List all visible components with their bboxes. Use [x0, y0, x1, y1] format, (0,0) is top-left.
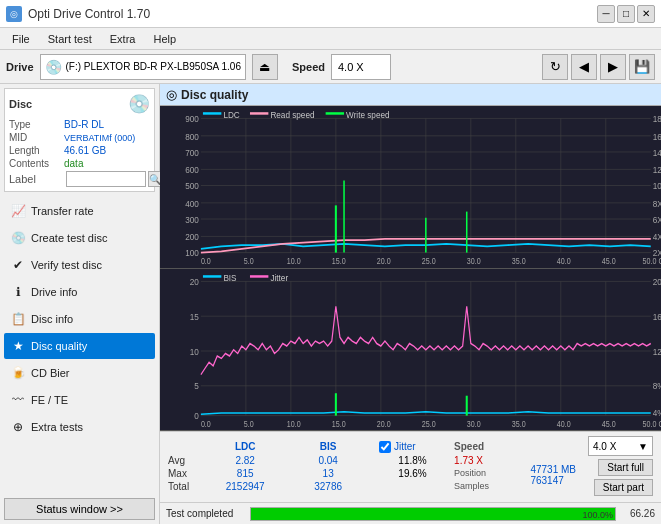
nav-item-fe-te[interactable]: 〰 FE / TE — [4, 387, 155, 413]
nav-item-verify-test-disc[interactable]: ✔ Verify test disc — [4, 252, 155, 278]
title-bar: ◎ Opti Drive Control 1.70 ─ □ ✕ — [0, 0, 661, 28]
disc-contents-label: Contents — [9, 158, 64, 169]
disc-info-icon: 📋 — [10, 311, 26, 327]
max-position-label: Position — [450, 467, 522, 480]
minimize-button[interactable]: ─ — [597, 5, 615, 23]
menu-start-test[interactable]: Start test — [40, 31, 100, 47]
nav-item-cd-bier[interactable]: 🍺 CD Bier — [4, 360, 155, 386]
sidebar: Disc 💿 Type BD-R DL MID VERBATIMf (000) … — [0, 84, 160, 524]
svg-text:40.0: 40.0 — [557, 256, 571, 266]
svg-text:0.0: 0.0 — [201, 256, 211, 266]
drive-icon-next[interactable]: ▶ — [600, 54, 626, 80]
nav-item-disc-quality[interactable]: ★ Disc quality — [4, 333, 155, 359]
svg-text:50.0 GB: 50.0 GB — [643, 256, 661, 266]
nav-item-disc-info[interactable]: 📋 Disc info — [4, 306, 155, 332]
menu-bar: File Start test Extra Help — [0, 28, 661, 50]
total-samples-label: Samples — [450, 480, 522, 493]
svg-text:900: 900 — [185, 113, 199, 124]
stats-bar: LDC BIS Jitter Speed — [160, 431, 661, 502]
svg-text:20.0: 20.0 — [377, 419, 391, 429]
jitter-header: Jitter — [394, 441, 416, 452]
close-button[interactable]: ✕ — [637, 5, 655, 23]
svg-text:20: 20 — [190, 276, 199, 287]
drive-icon-save[interactable]: 💾 — [629, 54, 655, 80]
action-panel: 4.0 X ▼ Start full Start part — [584, 434, 657, 498]
svg-text:20%: 20% — [653, 276, 661, 287]
disc-info-label: Disc info — [31, 313, 73, 325]
svg-text:5.0: 5.0 — [244, 419, 254, 429]
max-ldc: 815 — [199, 467, 291, 480]
nav-item-transfer-rate[interactable]: 📈 Transfer rate — [4, 198, 155, 224]
transfer-rate-label: Transfer rate — [31, 205, 94, 217]
svg-text:400: 400 — [185, 198, 199, 209]
panel-header-icon: ◎ — [166, 87, 177, 102]
svg-rect-94 — [203, 275, 221, 277]
eject-button[interactable]: ⏏ — [252, 54, 278, 80]
position-value: 47731 MB — [530, 464, 576, 475]
main-content: ◎ Disc quality — [160, 84, 661, 524]
drive-icon-refresh[interactable]: ↻ — [542, 54, 568, 80]
svg-text:10.0: 10.0 — [287, 419, 301, 429]
nav-items: 📈 Transfer rate 💿 Create test disc ✔ Ver… — [0, 196, 159, 494]
svg-text:12%: 12% — [653, 345, 661, 356]
bis-header: BIS — [291, 440, 365, 454]
svg-text:8%: 8% — [653, 380, 661, 391]
fe-te-icon: 〰 — [10, 392, 26, 408]
charts-area: 900 800 700 600 500 400 300 200 100 18X … — [160, 106, 661, 431]
drive-info-label: Drive info — [31, 286, 77, 298]
svg-text:45.0: 45.0 — [602, 419, 616, 429]
menu-help[interactable]: Help — [145, 31, 184, 47]
maximize-button[interactable]: □ — [617, 5, 635, 23]
svg-text:5.0: 5.0 — [244, 256, 254, 266]
svg-rect-51 — [203, 112, 221, 114]
transfer-rate-icon: 📈 — [10, 203, 26, 219]
svg-text:30.0: 30.0 — [467, 256, 481, 266]
nav-item-create-test-disc[interactable]: 💿 Create test disc — [4, 225, 155, 251]
status-window-button[interactable]: Status window >> — [4, 498, 155, 520]
avg-bis: 0.04 — [291, 454, 365, 467]
svg-text:BIS: BIS — [223, 272, 236, 283]
svg-text:50.0 GB: 50.0 GB — [643, 419, 661, 429]
svg-text:5: 5 — [194, 380, 199, 391]
progress-track: 100.0% — [250, 507, 616, 521]
disc-label-input[interactable] — [66, 171, 146, 187]
svg-text:15.0: 15.0 — [332, 419, 346, 429]
svg-text:Read speed: Read speed — [270, 110, 314, 121]
create-test-disc-label: Create test disc — [31, 232, 107, 244]
speed-label: Speed — [292, 61, 325, 73]
svg-text:4%: 4% — [653, 406, 661, 417]
nav-item-extra-tests[interactable]: ⊕ Extra tests — [4, 414, 155, 440]
speed-select[interactable]: 4.0 X — [331, 54, 391, 80]
svg-text:6X: 6X — [653, 214, 661, 225]
disc-type-label: Type — [9, 119, 64, 130]
chart2-container: 20 15 10 5 0 20% 16% 12% 8% 4% 0.0 5.0 1… — [160, 269, 661, 432]
max-jitter: 19.6% — [375, 467, 450, 480]
cd-bier-label: CD Bier — [31, 367, 70, 379]
svg-text:500: 500 — [185, 180, 199, 191]
disc-type-value: BD-R DL — [64, 119, 104, 130]
menu-extra[interactable]: Extra — [102, 31, 144, 47]
disc-label-label: Label — [9, 173, 64, 185]
drive-select[interactable]: 💿 (F:) PLEXTOR BD-R PX-LB950SA 1.06 — [40, 54, 246, 80]
drive-icon-prev[interactable]: ◀ — [571, 54, 597, 80]
svg-rect-55 — [326, 112, 344, 114]
menu-file[interactable]: File — [4, 31, 38, 47]
jitter-checkbox[interactable] — [379, 441, 391, 453]
svg-text:800: 800 — [185, 131, 199, 142]
svg-text:15: 15 — [190, 311, 199, 322]
svg-text:10X: 10X — [653, 180, 661, 191]
drive-value: (F:) PLEXTOR BD-R PX-LB950SA 1.06 — [66, 61, 241, 72]
nav-item-drive-info[interactable]: ℹ Drive info — [4, 279, 155, 305]
progress-percent: 100.0% — [582, 508, 613, 522]
disc-mid-value: VERBATIMf (000) — [64, 133, 135, 143]
create-test-disc-icon: 💿 — [10, 230, 26, 246]
progress-row: Test completed 100.0% 66.26 — [160, 502, 661, 524]
svg-text:10.0: 10.0 — [287, 256, 301, 266]
disc-panel-icon: 💿 — [128, 93, 150, 115]
svg-text:30.0: 30.0 — [467, 419, 481, 429]
app-icon: ◎ — [6, 6, 22, 22]
start-part-button[interactable]: Start part — [594, 479, 653, 496]
action-speed-select[interactable]: 4.0 X ▼ — [588, 436, 653, 456]
start-full-button[interactable]: Start full — [598, 459, 653, 476]
app-title: Opti Drive Control 1.70 — [28, 7, 150, 21]
